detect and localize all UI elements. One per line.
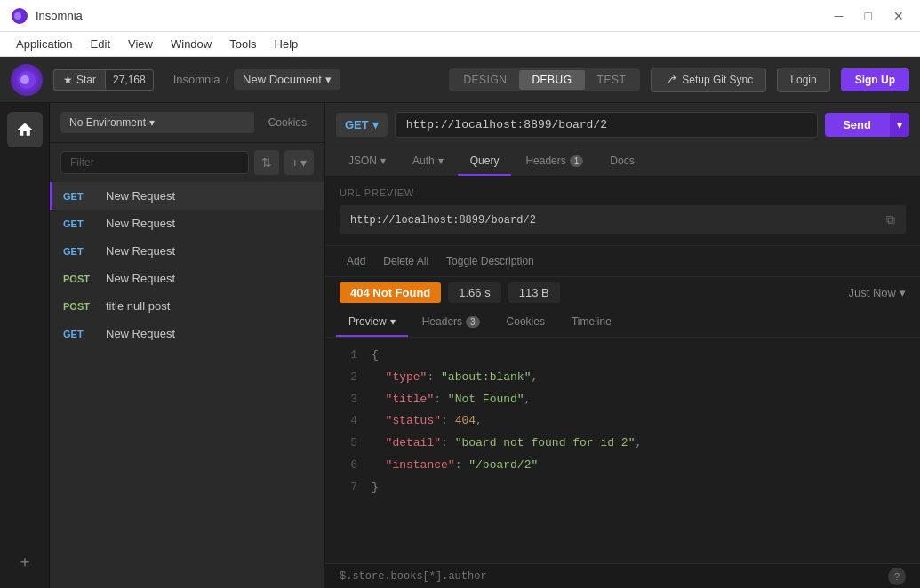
window-controls: ─ □ ✕ <box>829 7 909 25</box>
send-button[interactable]: Send <box>825 113 889 137</box>
tab-json[interactable]: JSON ▾ <box>336 147 398 176</box>
breadcrumb: Insomnia / New Document ▾ <box>173 69 439 90</box>
method-badge: POST <box>63 301 97 312</box>
code-content: { <box>372 346 906 365</box>
app-icon <box>11 7 28 25</box>
star-button[interactable]: ★ Star <box>53 69 105 91</box>
plus-icon: ＋ <box>17 551 33 572</box>
menu-edit[interactable]: Edit <box>82 34 119 54</box>
sort-icon: ⇅ <box>261 155 272 170</box>
toggle-description-button[interactable]: Toggle Description <box>439 251 541 271</box>
maximize-button[interactable]: □ <box>860 7 877 25</box>
line-number: 6 <box>340 457 357 475</box>
url-preview-section: URL PREVIEW http://localhost:8899/board/… <box>325 177 920 246</box>
menu-help[interactable]: Help <box>266 34 308 54</box>
breadcrumb-doc-label: New Document <box>243 73 322 86</box>
view-tab-group: DESIGN DEBUG TEST <box>449 68 640 91</box>
code-line-3: 3 "title": "Not Found", <box>325 389 920 411</box>
request-item[interactable]: GET New Request <box>50 210 324 237</box>
add-param-button[interactable]: Add <box>340 251 372 271</box>
jq-filter-input[interactable] <box>340 570 881 583</box>
login-button[interactable]: Login <box>777 68 829 92</box>
query-actions: Add Delete All Toggle Description <box>325 246 920 277</box>
response-status-bar: 404 Not Found 1.66 s 113 B Just Now ▾ <box>325 277 920 308</box>
env-label: No Environment <box>69 116 146 129</box>
copy-url-button[interactable]: ⧉ <box>886 212 895 227</box>
delete-all-button[interactable]: Delete All <box>376 251 436 271</box>
request-item[interactable]: POST New Request <box>50 265 324 292</box>
tab-docs[interactable]: Docs <box>597 147 646 176</box>
method-badge: POST <box>63 274 97 284</box>
close-button[interactable]: ✕ <box>888 7 909 25</box>
menu-view[interactable]: View <box>119 34 162 54</box>
content-area: GET ▾ Send ▾ JSON ▾ Auth ▾ Query <box>325 103 920 588</box>
line-number: 7 <box>340 479 357 497</box>
request-item[interactable]: GET New Request <box>50 182 324 210</box>
title-bar: Insomnia ─ □ ✕ <box>0 0 920 32</box>
chevron-down-icon: ▾ <box>438 155 444 167</box>
chevron-down-icon: ▾ <box>380 155 386 167</box>
tab-debug[interactable]: DEBUG <box>519 70 584 90</box>
code-content: "status": 404, <box>372 412 906 431</box>
method-badge: GET <box>63 219 97 229</box>
tab-timeline[interactable]: Timeline <box>559 308 624 337</box>
response-time: 1.66 s <box>448 282 500 303</box>
home-icon-button[interactable] <box>7 112 43 147</box>
request-name: New Request <box>106 244 175 258</box>
response-timestamp: Just Now ▾ <box>849 286 906 299</box>
chevron-down-icon: ▾ <box>390 315 396 328</box>
tab-auth[interactable]: Auth ▾ <box>400 147 456 176</box>
tab-resp-headers-label: Headers <box>422 315 462 328</box>
chevron-down-icon: ▾ <box>149 116 155 129</box>
code-line-2: 2 "type": "about:blank", <box>325 367 920 389</box>
menu-application[interactable]: Application <box>7 34 82 54</box>
menu-window[interactable]: Window <box>162 34 220 54</box>
request-item[interactable]: GET New Request <box>50 237 324 265</box>
tab-headers-label: Headers <box>525 155 565 167</box>
request-item[interactable]: GET New Request <box>50 320 324 347</box>
add-icon-button[interactable]: ＋ <box>7 544 43 579</box>
tab-preview[interactable]: Preview ▾ <box>336 308 408 337</box>
timestamp-label: Just Now <box>849 286 896 299</box>
filter-bar: ⇅ + ▾ <box>50 143 324 182</box>
url-preview-value: http://localhost:8899/board/2 <box>350 214 536 226</box>
filter-input[interactable] <box>60 151 249 174</box>
breadcrumb-sep: / <box>225 73 228 86</box>
git-sync-button[interactable]: ⎇ Setup Git Sync <box>651 68 766 92</box>
breadcrumb-doc[interactable]: New Document ▾ <box>234 69 340 90</box>
tab-response-headers[interactable]: Headers 3 <box>410 308 492 337</box>
signup-button[interactable]: Sign Up <box>841 68 909 91</box>
request-name: New Request <box>106 272 175 285</box>
tab-query[interactable]: Query <box>458 147 512 176</box>
environment-selector[interactable]: No Environment ▾ <box>60 112 254 133</box>
star-icon: ★ <box>63 74 73 86</box>
bottom-bar: ? <box>325 563 920 588</box>
request-name: New Request <box>106 217 175 230</box>
svg-point-3 <box>20 75 29 84</box>
code-line-4: 4 "status": 404, <box>325 410 920 433</box>
tab-cookies[interactable]: Cookies <box>494 308 557 337</box>
sidebar-header: No Environment ▾ Cookies <box>50 103 324 143</box>
add-request-button[interactable]: + ▾ <box>284 150 314 175</box>
request-item[interactable]: POST title null post <box>50 292 324 320</box>
send-arrow-button[interactable]: ▾ <box>889 113 909 137</box>
cookies-button[interactable]: Cookies <box>261 115 314 131</box>
sort-button[interactable]: ⇅ <box>254 150 279 175</box>
tab-design[interactable]: DESIGN <box>451 70 519 90</box>
help-button[interactable]: ? <box>888 568 906 585</box>
headers-badge: 1 <box>570 155 584 167</box>
menu-tools[interactable]: Tools <box>220 34 265 54</box>
tab-test[interactable]: TEST <box>585 70 639 90</box>
url-preview-box: http://localhost:8899/board/2 ⧉ <box>340 205 906 234</box>
method-label: GET <box>345 118 369 131</box>
method-badge: GET <box>63 191 97 202</box>
tab-headers[interactable]: Headers 1 <box>513 147 596 176</box>
code-content: } <box>372 479 906 497</box>
minimize-button[interactable]: ─ <box>829 7 849 25</box>
toolbar: ★ Star 27,168 Insomnia / New Document ▾ … <box>0 57 920 103</box>
line-number: 1 <box>340 346 357 365</box>
tab-auth-label: Auth <box>412 155 435 167</box>
url-input[interactable] <box>395 112 818 138</box>
star-count[interactable]: 27,168 <box>105 69 154 91</box>
method-selector[interactable]: GET ▾ <box>336 113 388 137</box>
